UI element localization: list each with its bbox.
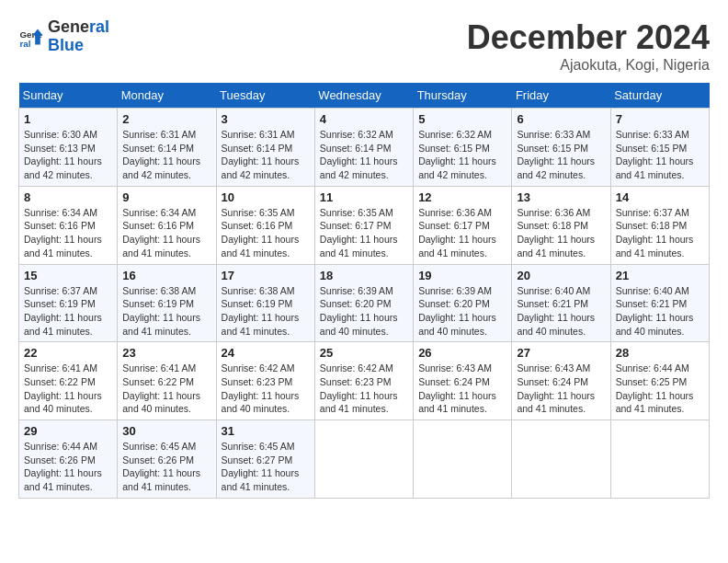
title-block: December 2024 Ajaokuta, Kogi, Nigeria <box>467 18 710 74</box>
calendar-cell: 20Sunrise: 6:40 AMSunset: 6:21 PMDayligh… <box>512 264 610 342</box>
cell-text: Sunrise: 6:32 AMSunset: 6:15 PMDaylight:… <box>418 128 506 182</box>
weekday-header: Tuesday <box>216 83 314 109</box>
cell-text: Sunrise: 6:43 AMSunset: 6:24 PMDaylight:… <box>517 362 605 416</box>
calendar-week-row: 15Sunrise: 6:37 AMSunset: 6:19 PMDayligh… <box>19 264 710 342</box>
calendar-cell: 24Sunrise: 6:42 AMSunset: 6:23 PMDayligh… <box>216 342 314 420</box>
cell-text: Sunrise: 6:43 AMSunset: 6:24 PMDaylight:… <box>418 362 506 416</box>
cell-text: Sunrise: 6:37 AMSunset: 6:19 PMDaylight:… <box>24 284 112 339</box>
day-number: 19 <box>418 269 506 282</box>
weekday-header: Saturday <box>610 83 709 109</box>
logo-icon: Gene ral <box>18 24 44 50</box>
calendar-cell: 7Sunrise: 6:33 AMSunset: 6:15 PMDaylight… <box>610 109 709 187</box>
calendar-cell: 28Sunrise: 6:44 AMSunset: 6:25 PMDayligh… <box>610 342 709 420</box>
calendar-cell: 21Sunrise: 6:40 AMSunset: 6:21 PMDayligh… <box>610 264 709 342</box>
calendar-cell: 15Sunrise: 6:37 AMSunset: 6:19 PMDayligh… <box>19 264 118 342</box>
calendar-cell: 13Sunrise: 6:36 AMSunset: 6:18 PMDayligh… <box>512 186 610 264</box>
cell-text: Sunrise: 6:41 AMSunset: 6:22 PMDaylight:… <box>122 362 210 416</box>
cell-text: Sunrise: 6:36 AMSunset: 6:17 PMDaylight:… <box>418 206 506 260</box>
location: Ajaokuta, Kogi, Nigeria <box>467 57 710 74</box>
calendar-cell: 3Sunrise: 6:31 AMSunset: 6:14 PMDaylight… <box>216 109 314 187</box>
page-header: Gene ral General Blue December 2024 Ajao… <box>18 18 710 74</box>
cell-text: Sunrise: 6:40 AMSunset: 6:21 PMDaylight:… <box>517 284 605 339</box>
calendar-cell: 14Sunrise: 6:37 AMSunset: 6:18 PMDayligh… <box>610 186 709 264</box>
cell-text: Sunrise: 6:35 AMSunset: 6:16 PMDaylight:… <box>222 206 310 260</box>
day-number: 29 <box>24 424 112 438</box>
day-number: 16 <box>122 269 210 282</box>
cell-text: Sunrise: 6:38 AMSunset: 6:19 PMDaylight:… <box>122 284 210 339</box>
day-number: 4 <box>320 112 408 126</box>
cell-text: Sunrise: 6:40 AMSunset: 6:21 PMDaylight:… <box>616 284 704 339</box>
calendar-cell: 11Sunrise: 6:35 AMSunset: 6:17 PMDayligh… <box>314 186 413 264</box>
cell-text: Sunrise: 6:37 AMSunset: 6:18 PMDaylight:… <box>616 206 704 260</box>
calendar-cell: 10Sunrise: 6:35 AMSunset: 6:16 PMDayligh… <box>216 186 314 264</box>
cell-text: Sunrise: 6:44 AMSunset: 6:26 PMDaylight:… <box>24 440 112 494</box>
weekday-header: Thursday <box>414 83 512 109</box>
calendar-cell: 19Sunrise: 6:39 AMSunset: 6:20 PMDayligh… <box>414 264 512 342</box>
calendar-cell: 31Sunrise: 6:45 AMSunset: 6:27 PMDayligh… <box>216 420 314 499</box>
calendar-week-row: 1Sunrise: 6:30 AMSunset: 6:13 PMDaylight… <box>19 109 710 187</box>
cell-text: Sunrise: 6:42 AMSunset: 6:23 PMDaylight:… <box>320 362 408 416</box>
day-number: 8 <box>24 190 112 204</box>
calendar-cell: 30Sunrise: 6:45 AMSunset: 6:26 PMDayligh… <box>118 420 216 499</box>
calendar-cell <box>414 420 512 499</box>
calendar-cell: 1Sunrise: 6:30 AMSunset: 6:13 PMDaylight… <box>19 109 118 187</box>
day-number: 14 <box>616 190 704 204</box>
calendar-cell: 26Sunrise: 6:43 AMSunset: 6:24 PMDayligh… <box>414 342 512 420</box>
weekday-header-row: SundayMondayTuesdayWednesdayThursdayFrid… <box>19 83 710 109</box>
calendar-cell: 29Sunrise: 6:44 AMSunset: 6:26 PMDayligh… <box>19 420 118 499</box>
cell-text: Sunrise: 6:33 AMSunset: 6:15 PMDaylight:… <box>616 128 704 182</box>
cell-text: Sunrise: 6:35 AMSunset: 6:17 PMDaylight:… <box>320 206 408 260</box>
cell-text: Sunrise: 6:32 AMSunset: 6:14 PMDaylight:… <box>320 128 408 182</box>
cell-text: Sunrise: 6:39 AMSunset: 6:20 PMDaylight:… <box>320 284 408 339</box>
calendar-cell: 18Sunrise: 6:39 AMSunset: 6:20 PMDayligh… <box>314 264 413 342</box>
calendar-cell: 16Sunrise: 6:38 AMSunset: 6:19 PMDayligh… <box>118 264 216 342</box>
weekday-header: Friday <box>512 83 610 109</box>
cell-text: Sunrise: 6:38 AMSunset: 6:19 PMDaylight:… <box>222 284 310 339</box>
month-title: December 2024 <box>467 18 710 57</box>
calendar-cell: 25Sunrise: 6:42 AMSunset: 6:23 PMDayligh… <box>314 342 413 420</box>
calendar-cell: 27Sunrise: 6:43 AMSunset: 6:24 PMDayligh… <box>512 342 610 420</box>
calendar-cell: 23Sunrise: 6:41 AMSunset: 6:22 PMDayligh… <box>118 342 216 420</box>
day-number: 25 <box>320 346 408 360</box>
calendar-cell: 22Sunrise: 6:41 AMSunset: 6:22 PMDayligh… <box>19 342 118 420</box>
calendar-cell: 8Sunrise: 6:34 AMSunset: 6:16 PMDaylight… <box>19 186 118 264</box>
day-number: 7 <box>616 112 704 126</box>
day-number: 22 <box>24 346 112 360</box>
calendar-cell: 17Sunrise: 6:38 AMSunset: 6:19 PMDayligh… <box>216 264 314 342</box>
weekday-header: Wednesday <box>314 83 413 109</box>
cell-text: Sunrise: 6:33 AMSunset: 6:15 PMDaylight:… <box>517 128 605 182</box>
day-number: 15 <box>24 269 112 282</box>
day-number: 12 <box>418 190 506 204</box>
day-number: 2 <box>122 112 210 126</box>
day-number: 26 <box>418 346 506 360</box>
cell-text: Sunrise: 6:44 AMSunset: 6:25 PMDaylight:… <box>616 362 704 416</box>
cell-text: Sunrise: 6:34 AMSunset: 6:16 PMDaylight:… <box>24 206 112 260</box>
calendar-cell: 12Sunrise: 6:36 AMSunset: 6:17 PMDayligh… <box>414 186 512 264</box>
weekday-header: Sunday <box>19 83 118 109</box>
day-number: 11 <box>320 190 408 204</box>
day-number: 23 <box>122 346 210 360</box>
cell-text: Sunrise: 6:41 AMSunset: 6:22 PMDaylight:… <box>24 362 112 416</box>
svg-text:ral: ral <box>19 39 30 49</box>
calendar-cell: 5Sunrise: 6:32 AMSunset: 6:15 PMDaylight… <box>414 109 512 187</box>
cell-text: Sunrise: 6:31 AMSunset: 6:14 PMDaylight:… <box>122 128 210 182</box>
day-number: 28 <box>616 346 704 360</box>
day-number: 18 <box>320 269 408 282</box>
cell-text: Sunrise: 6:34 AMSunset: 6:16 PMDaylight:… <box>122 206 210 260</box>
logo: Gene ral General Blue <box>18 18 109 55</box>
day-number: 9 <box>122 190 210 204</box>
calendar-cell <box>314 420 413 499</box>
calendar-cell: 6Sunrise: 6:33 AMSunset: 6:15 PMDaylight… <box>512 109 610 187</box>
day-number: 10 <box>222 190 310 204</box>
cell-text: Sunrise: 6:39 AMSunset: 6:20 PMDaylight:… <box>418 284 506 339</box>
cell-text: Sunrise: 6:30 AMSunset: 6:13 PMDaylight:… <box>24 128 112 182</box>
calendar-week-row: 8Sunrise: 6:34 AMSunset: 6:16 PMDaylight… <box>19 186 710 264</box>
day-number: 27 <box>517 346 605 360</box>
day-number: 3 <box>222 112 310 126</box>
day-number: 6 <box>517 112 605 126</box>
cell-text: Sunrise: 6:45 AMSunset: 6:27 PMDaylight:… <box>222 440 310 494</box>
calendar-cell: 4Sunrise: 6:32 AMSunset: 6:14 PMDaylight… <box>314 109 413 187</box>
cell-text: Sunrise: 6:31 AMSunset: 6:14 PMDaylight:… <box>222 128 310 182</box>
calendar-cell: 9Sunrise: 6:34 AMSunset: 6:16 PMDaylight… <box>118 186 216 264</box>
day-number: 13 <box>517 190 605 204</box>
